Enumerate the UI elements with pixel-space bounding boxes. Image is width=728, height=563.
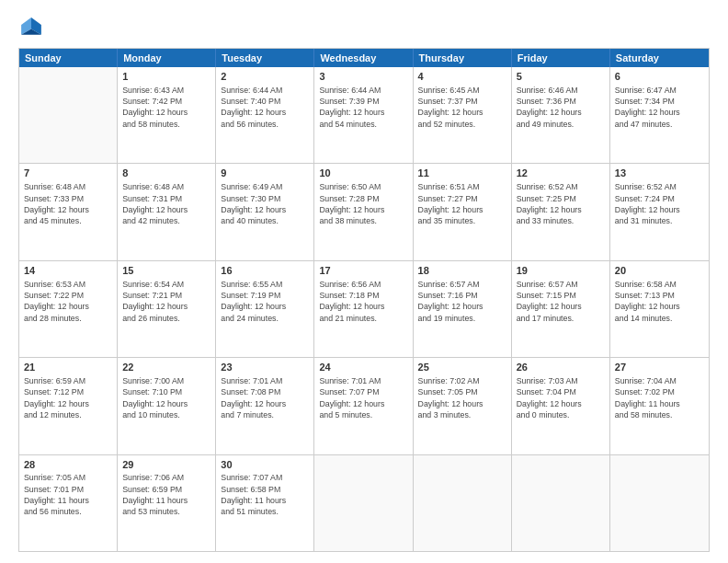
day-cell-13: 13Sunrise: 6:52 AM Sunset: 7:24 PM Dayli… bbox=[610, 164, 709, 259]
calendar-week-3: 14Sunrise: 6:53 AM Sunset: 7:22 PM Dayli… bbox=[19, 260, 709, 357]
empty-cell bbox=[314, 455, 413, 551]
day-info: Sunrise: 6:48 AM Sunset: 7:31 PM Dayligh… bbox=[122, 181, 210, 226]
day-info: Sunrise: 7:01 AM Sunset: 7:07 PM Dayligh… bbox=[319, 375, 407, 420]
calendar-header-row: SundayMondayTuesdayWednesdayThursdayFrid… bbox=[19, 49, 709, 67]
day-number: 29 bbox=[122, 458, 210, 472]
day-number: 10 bbox=[319, 167, 407, 180]
calendar-week-2: 7Sunrise: 6:48 AM Sunset: 7:33 PM Daylig… bbox=[19, 163, 709, 259]
day-number: 25 bbox=[418, 361, 506, 374]
day-number: 26 bbox=[517, 361, 605, 374]
day-info: Sunrise: 6:56 AM Sunset: 7:18 PM Dayligh… bbox=[319, 279, 407, 324]
day-info: Sunrise: 7:07 AM Sunset: 6:58 PM Dayligh… bbox=[221, 472, 309, 517]
day-cell-30: 30Sunrise: 7:07 AM Sunset: 6:58 PM Dayli… bbox=[216, 455, 314, 551]
day-info: Sunrise: 6:58 AM Sunset: 7:13 PM Dayligh… bbox=[615, 279, 704, 324]
day-number: 1 bbox=[122, 70, 210, 84]
day-cell-25: 25Sunrise: 7:02 AM Sunset: 7:05 PM Dayli… bbox=[414, 358, 512, 454]
day-info: Sunrise: 7:05 AM Sunset: 7:01 PM Dayligh… bbox=[24, 472, 112, 517]
page: SundayMondayTuesdayWednesdayThursdayFrid… bbox=[0, 0, 728, 563]
day-info: Sunrise: 6:51 AM Sunset: 7:27 PM Dayligh… bbox=[418, 181, 506, 226]
day-info: Sunrise: 6:43 AM Sunset: 7:42 PM Dayligh… bbox=[122, 85, 210, 130]
header-day-wednesday: Wednesday bbox=[314, 49, 413, 67]
logo-icon bbox=[18, 15, 44, 40]
day-cell-6: 6Sunrise: 6:47 AM Sunset: 7:34 PM Daylig… bbox=[610, 67, 709, 163]
day-info: Sunrise: 6:53 AM Sunset: 7:22 PM Dayligh… bbox=[24, 279, 112, 324]
empty-cell bbox=[414, 455, 512, 551]
day-cell-18: 18Sunrise: 6:57 AM Sunset: 7:16 PM Dayli… bbox=[414, 261, 512, 357]
day-info: Sunrise: 7:02 AM Sunset: 7:05 PM Dayligh… bbox=[418, 375, 506, 420]
day-info: Sunrise: 7:04 AM Sunset: 7:02 PM Dayligh… bbox=[615, 375, 704, 420]
day-number: 23 bbox=[221, 361, 309, 374]
day-info: Sunrise: 6:49 AM Sunset: 7:30 PM Dayligh… bbox=[221, 181, 309, 226]
day-cell-21: 21Sunrise: 6:59 AM Sunset: 7:12 PM Dayli… bbox=[19, 358, 118, 454]
day-cell-17: 17Sunrise: 6:56 AM Sunset: 7:18 PM Dayli… bbox=[314, 261, 413, 357]
day-number: 30 bbox=[221, 458, 309, 472]
day-info: Sunrise: 6:57 AM Sunset: 7:15 PM Dayligh… bbox=[517, 279, 605, 324]
day-info: Sunrise: 7:00 AM Sunset: 7:10 PM Dayligh… bbox=[122, 375, 210, 420]
day-info: Sunrise: 6:59 AM Sunset: 7:12 PM Dayligh… bbox=[24, 375, 112, 420]
day-number: 16 bbox=[221, 264, 309, 278]
day-cell-26: 26Sunrise: 7:03 AM Sunset: 7:04 PM Dayli… bbox=[512, 358, 610, 454]
header-day-monday: Monday bbox=[118, 49, 216, 67]
day-info: Sunrise: 6:48 AM Sunset: 7:33 PM Dayligh… bbox=[24, 181, 112, 226]
day-cell-12: 12Sunrise: 6:52 AM Sunset: 7:25 PM Dayli… bbox=[512, 164, 610, 259]
day-cell-16: 16Sunrise: 6:55 AM Sunset: 7:19 PM Dayli… bbox=[216, 261, 314, 357]
day-number: 17 bbox=[319, 264, 407, 278]
day-cell-5: 5Sunrise: 6:46 AM Sunset: 7:36 PM Daylig… bbox=[512, 67, 610, 163]
day-number: 9 bbox=[221, 167, 309, 180]
calendar-week-5: 28Sunrise: 7:05 AM Sunset: 7:01 PM Dayli… bbox=[19, 454, 709, 551]
day-cell-20: 20Sunrise: 6:58 AM Sunset: 7:13 PM Dayli… bbox=[610, 261, 709, 357]
day-info: Sunrise: 6:52 AM Sunset: 7:24 PM Dayligh… bbox=[615, 181, 704, 226]
day-number: 13 bbox=[615, 167, 704, 180]
day-cell-23: 23Sunrise: 7:01 AM Sunset: 7:08 PM Dayli… bbox=[216, 358, 314, 454]
day-cell-4: 4Sunrise: 6:45 AM Sunset: 7:37 PM Daylig… bbox=[414, 67, 512, 163]
day-number: 6 bbox=[615, 70, 704, 84]
day-info: Sunrise: 7:01 AM Sunset: 7:08 PM Dayligh… bbox=[221, 375, 309, 420]
header-day-saturday: Saturday bbox=[610, 49, 709, 67]
header bbox=[18, 15, 710, 40]
day-cell-2: 2Sunrise: 6:44 AM Sunset: 7:40 PM Daylig… bbox=[216, 67, 314, 163]
day-number: 27 bbox=[615, 361, 704, 374]
day-info: Sunrise: 6:50 AM Sunset: 7:28 PM Dayligh… bbox=[319, 181, 407, 226]
day-number: 12 bbox=[517, 167, 605, 180]
day-info: Sunrise: 6:44 AM Sunset: 7:39 PM Dayligh… bbox=[319, 85, 407, 130]
day-info: Sunrise: 7:03 AM Sunset: 7:04 PM Dayligh… bbox=[517, 375, 605, 420]
day-cell-10: 10Sunrise: 6:50 AM Sunset: 7:28 PM Dayli… bbox=[314, 164, 413, 259]
day-cell-27: 27Sunrise: 7:04 AM Sunset: 7:02 PM Dayli… bbox=[610, 358, 709, 454]
day-cell-11: 11Sunrise: 6:51 AM Sunset: 7:27 PM Dayli… bbox=[414, 164, 512, 259]
day-cell-1: 1Sunrise: 6:43 AM Sunset: 7:42 PM Daylig… bbox=[118, 67, 216, 163]
calendar: SundayMondayTuesdayWednesdayThursdayFrid… bbox=[18, 48, 710, 552]
day-number: 7 bbox=[24, 167, 112, 180]
day-cell-28: 28Sunrise: 7:05 AM Sunset: 7:01 PM Dayli… bbox=[19, 455, 118, 551]
day-info: Sunrise: 6:45 AM Sunset: 7:37 PM Dayligh… bbox=[418, 85, 506, 130]
header-day-thursday: Thursday bbox=[414, 49, 512, 67]
day-number: 21 bbox=[24, 361, 112, 374]
header-day-sunday: Sunday bbox=[19, 49, 118, 67]
day-info: Sunrise: 6:55 AM Sunset: 7:19 PM Dayligh… bbox=[221, 279, 309, 324]
day-number: 8 bbox=[122, 167, 210, 180]
day-number: 5 bbox=[517, 70, 605, 84]
day-cell-7: 7Sunrise: 6:48 AM Sunset: 7:33 PM Daylig… bbox=[19, 164, 118, 259]
day-cell-15: 15Sunrise: 6:54 AM Sunset: 7:21 PM Dayli… bbox=[118, 261, 216, 357]
day-info: Sunrise: 6:52 AM Sunset: 7:25 PM Dayligh… bbox=[517, 181, 605, 226]
day-number: 18 bbox=[418, 264, 506, 278]
day-cell-22: 22Sunrise: 7:00 AM Sunset: 7:10 PM Dayli… bbox=[118, 358, 216, 454]
day-number: 24 bbox=[319, 361, 407, 374]
day-cell-3: 3Sunrise: 6:44 AM Sunset: 7:39 PM Daylig… bbox=[314, 67, 413, 163]
logo bbox=[18, 15, 48, 40]
day-cell-29: 29Sunrise: 7:06 AM Sunset: 6:59 PM Dayli… bbox=[118, 455, 216, 551]
day-info: Sunrise: 6:47 AM Sunset: 7:34 PM Dayligh… bbox=[615, 85, 704, 130]
day-number: 15 bbox=[122, 264, 210, 278]
header-day-friday: Friday bbox=[512, 49, 610, 67]
day-number: 14 bbox=[24, 264, 112, 278]
header-day-tuesday: Tuesday bbox=[216, 49, 314, 67]
day-cell-24: 24Sunrise: 7:01 AM Sunset: 7:07 PM Dayli… bbox=[314, 358, 413, 454]
empty-cell bbox=[19, 67, 118, 163]
calendar-body: 1Sunrise: 6:43 AM Sunset: 7:42 PM Daylig… bbox=[19, 67, 709, 551]
day-cell-19: 19Sunrise: 6:57 AM Sunset: 7:15 PM Dayli… bbox=[512, 261, 610, 357]
day-info: Sunrise: 6:46 AM Sunset: 7:36 PM Dayligh… bbox=[517, 85, 605, 130]
day-cell-14: 14Sunrise: 6:53 AM Sunset: 7:22 PM Dayli… bbox=[19, 261, 118, 357]
day-number: 2 bbox=[221, 70, 309, 84]
empty-cell bbox=[610, 455, 709, 551]
day-info: Sunrise: 7:06 AM Sunset: 6:59 PM Dayligh… bbox=[122, 472, 210, 517]
day-number: 20 bbox=[615, 264, 704, 278]
